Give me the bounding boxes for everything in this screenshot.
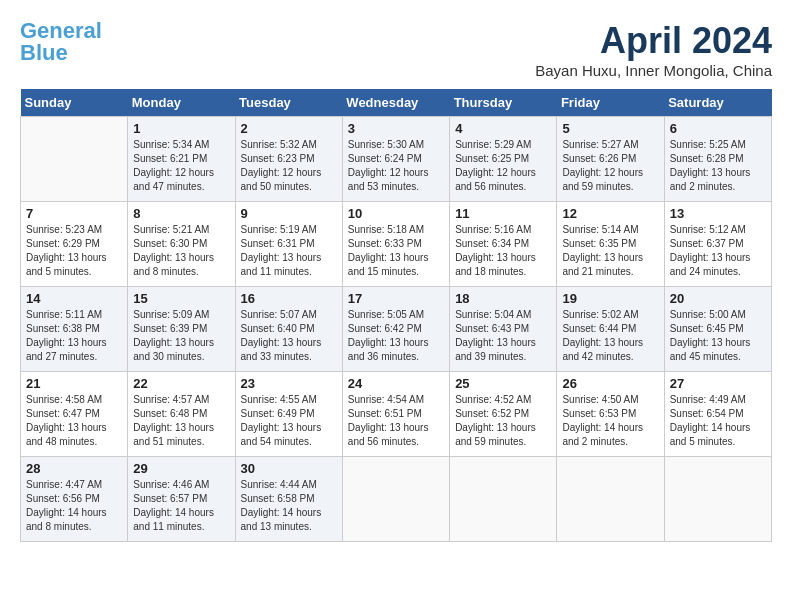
day-info: Sunrise: 5:29 AM Sunset: 6:25 PM Dayligh…	[455, 138, 551, 194]
day-info: Sunrise: 4:52 AM Sunset: 6:52 PM Dayligh…	[455, 393, 551, 449]
day-number: 5	[562, 121, 658, 136]
day-info: Sunrise: 4:58 AM Sunset: 6:47 PM Dayligh…	[26, 393, 122, 449]
calendar-cell: 3Sunrise: 5:30 AM Sunset: 6:24 PM Daylig…	[342, 117, 449, 202]
calendar-cell: 10Sunrise: 5:18 AM Sunset: 6:33 PM Dayli…	[342, 202, 449, 287]
day-info: Sunrise: 5:07 AM Sunset: 6:40 PM Dayligh…	[241, 308, 337, 364]
day-number: 15	[133, 291, 229, 306]
calendar-cell: 30Sunrise: 4:44 AM Sunset: 6:58 PM Dayli…	[235, 457, 342, 542]
calendar-cell: 22Sunrise: 4:57 AM Sunset: 6:48 PM Dayli…	[128, 372, 235, 457]
calendar-header-row: SundayMondayTuesdayWednesdayThursdayFrid…	[21, 89, 772, 117]
day-header-wednesday: Wednesday	[342, 89, 449, 117]
day-number: 23	[241, 376, 337, 391]
calendar-cell	[557, 457, 664, 542]
calendar-week-5: 28Sunrise: 4:47 AM Sunset: 6:56 PM Dayli…	[21, 457, 772, 542]
day-info: Sunrise: 5:18 AM Sunset: 6:33 PM Dayligh…	[348, 223, 444, 279]
calendar-cell	[21, 117, 128, 202]
day-header-saturday: Saturday	[664, 89, 771, 117]
day-number: 8	[133, 206, 229, 221]
day-number: 27	[670, 376, 766, 391]
day-number: 10	[348, 206, 444, 221]
calendar-cell: 23Sunrise: 4:55 AM Sunset: 6:49 PM Dayli…	[235, 372, 342, 457]
calendar-cell: 25Sunrise: 4:52 AM Sunset: 6:52 PM Dayli…	[450, 372, 557, 457]
day-info: Sunrise: 5:19 AM Sunset: 6:31 PM Dayligh…	[241, 223, 337, 279]
calendar-cell: 13Sunrise: 5:12 AM Sunset: 6:37 PM Dayli…	[664, 202, 771, 287]
day-number: 24	[348, 376, 444, 391]
day-number: 2	[241, 121, 337, 136]
day-info: Sunrise: 4:49 AM Sunset: 6:54 PM Dayligh…	[670, 393, 766, 449]
day-info: Sunrise: 5:11 AM Sunset: 6:38 PM Dayligh…	[26, 308, 122, 364]
day-info: Sunrise: 5:12 AM Sunset: 6:37 PM Dayligh…	[670, 223, 766, 279]
day-number: 4	[455, 121, 551, 136]
calendar-cell: 2Sunrise: 5:32 AM Sunset: 6:23 PM Daylig…	[235, 117, 342, 202]
day-number: 29	[133, 461, 229, 476]
day-number: 7	[26, 206, 122, 221]
day-info: Sunrise: 5:32 AM Sunset: 6:23 PM Dayligh…	[241, 138, 337, 194]
day-info: Sunrise: 5:25 AM Sunset: 6:28 PM Dayligh…	[670, 138, 766, 194]
calendar-cell: 12Sunrise: 5:14 AM Sunset: 6:35 PM Dayli…	[557, 202, 664, 287]
page-header: General Blue April 2024 Bayan Huxu, Inne…	[20, 20, 772, 79]
calendar-cell: 20Sunrise: 5:00 AM Sunset: 6:45 PM Dayli…	[664, 287, 771, 372]
calendar-cell: 1Sunrise: 5:34 AM Sunset: 6:21 PM Daylig…	[128, 117, 235, 202]
day-number: 6	[670, 121, 766, 136]
day-info: Sunrise: 5:34 AM Sunset: 6:21 PM Dayligh…	[133, 138, 229, 194]
day-number: 3	[348, 121, 444, 136]
calendar-cell: 28Sunrise: 4:47 AM Sunset: 6:56 PM Dayli…	[21, 457, 128, 542]
calendar-cell: 4Sunrise: 5:29 AM Sunset: 6:25 PM Daylig…	[450, 117, 557, 202]
month-title: April 2024	[535, 20, 772, 62]
day-number: 14	[26, 291, 122, 306]
calendar-table: SundayMondayTuesdayWednesdayThursdayFrid…	[20, 89, 772, 542]
calendar-cell: 18Sunrise: 5:04 AM Sunset: 6:43 PM Dayli…	[450, 287, 557, 372]
day-number: 19	[562, 291, 658, 306]
calendar-cell: 24Sunrise: 4:54 AM Sunset: 6:51 PM Dayli…	[342, 372, 449, 457]
calendar-cell: 11Sunrise: 5:16 AM Sunset: 6:34 PM Dayli…	[450, 202, 557, 287]
day-info: Sunrise: 5:23 AM Sunset: 6:29 PM Dayligh…	[26, 223, 122, 279]
day-info: Sunrise: 4:55 AM Sunset: 6:49 PM Dayligh…	[241, 393, 337, 449]
calendar-cell: 5Sunrise: 5:27 AM Sunset: 6:26 PM Daylig…	[557, 117, 664, 202]
calendar-cell	[664, 457, 771, 542]
day-info: Sunrise: 4:46 AM Sunset: 6:57 PM Dayligh…	[133, 478, 229, 534]
day-number: 17	[348, 291, 444, 306]
calendar-cell: 19Sunrise: 5:02 AM Sunset: 6:44 PM Dayli…	[557, 287, 664, 372]
logo-text: General Blue	[20, 20, 102, 64]
day-info: Sunrise: 5:00 AM Sunset: 6:45 PM Dayligh…	[670, 308, 766, 364]
calendar-cell: 17Sunrise: 5:05 AM Sunset: 6:42 PM Dayli…	[342, 287, 449, 372]
calendar-cell	[450, 457, 557, 542]
day-info: Sunrise: 4:50 AM Sunset: 6:53 PM Dayligh…	[562, 393, 658, 449]
day-number: 11	[455, 206, 551, 221]
day-header-thursday: Thursday	[450, 89, 557, 117]
day-number: 26	[562, 376, 658, 391]
day-number: 21	[26, 376, 122, 391]
day-number: 12	[562, 206, 658, 221]
day-number: 16	[241, 291, 337, 306]
calendar-week-4: 21Sunrise: 4:58 AM Sunset: 6:47 PM Dayli…	[21, 372, 772, 457]
day-number: 1	[133, 121, 229, 136]
day-number: 9	[241, 206, 337, 221]
location: Bayan Huxu, Inner Mongolia, China	[535, 62, 772, 79]
day-info: Sunrise: 5:27 AM Sunset: 6:26 PM Dayligh…	[562, 138, 658, 194]
calendar-cell: 14Sunrise: 5:11 AM Sunset: 6:38 PM Dayli…	[21, 287, 128, 372]
day-header-friday: Friday	[557, 89, 664, 117]
calendar-cell	[342, 457, 449, 542]
calendar-cell: 7Sunrise: 5:23 AM Sunset: 6:29 PM Daylig…	[21, 202, 128, 287]
day-info: Sunrise: 4:47 AM Sunset: 6:56 PM Dayligh…	[26, 478, 122, 534]
day-info: Sunrise: 5:16 AM Sunset: 6:34 PM Dayligh…	[455, 223, 551, 279]
calendar-week-2: 7Sunrise: 5:23 AM Sunset: 6:29 PM Daylig…	[21, 202, 772, 287]
calendar-cell: 15Sunrise: 5:09 AM Sunset: 6:39 PM Dayli…	[128, 287, 235, 372]
calendar-week-3: 14Sunrise: 5:11 AM Sunset: 6:38 PM Dayli…	[21, 287, 772, 372]
calendar-cell: 8Sunrise: 5:21 AM Sunset: 6:30 PM Daylig…	[128, 202, 235, 287]
day-number: 28	[26, 461, 122, 476]
day-info: Sunrise: 5:30 AM Sunset: 6:24 PM Dayligh…	[348, 138, 444, 194]
day-number: 13	[670, 206, 766, 221]
day-number: 22	[133, 376, 229, 391]
title-block: April 2024 Bayan Huxu, Inner Mongolia, C…	[535, 20, 772, 79]
day-info: Sunrise: 5:04 AM Sunset: 6:43 PM Dayligh…	[455, 308, 551, 364]
logo-blue: Blue	[20, 40, 68, 65]
calendar-cell: 9Sunrise: 5:19 AM Sunset: 6:31 PM Daylig…	[235, 202, 342, 287]
day-number: 20	[670, 291, 766, 306]
calendar-cell: 26Sunrise: 4:50 AM Sunset: 6:53 PM Dayli…	[557, 372, 664, 457]
day-info: Sunrise: 5:09 AM Sunset: 6:39 PM Dayligh…	[133, 308, 229, 364]
calendar-week-1: 1Sunrise: 5:34 AM Sunset: 6:21 PM Daylig…	[21, 117, 772, 202]
day-info: Sunrise: 4:44 AM Sunset: 6:58 PM Dayligh…	[241, 478, 337, 534]
calendar-cell: 16Sunrise: 5:07 AM Sunset: 6:40 PM Dayli…	[235, 287, 342, 372]
day-header-monday: Monday	[128, 89, 235, 117]
